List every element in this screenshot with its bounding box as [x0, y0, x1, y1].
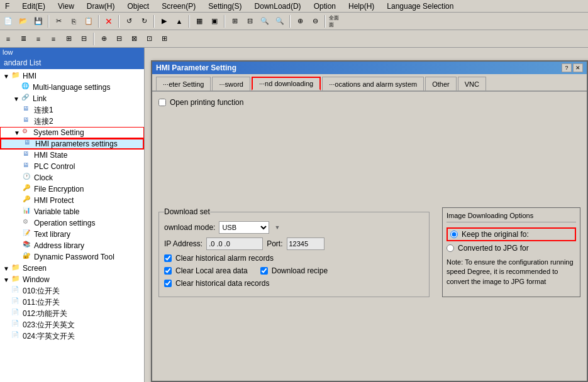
- toolbar-btn7[interactable]: ▦: [192, 14, 206, 28]
- toolbar-btn14[interactable]: ⊖: [308, 14, 322, 28]
- tree-vartable-label: Variable table: [34, 207, 80, 216]
- port-input[interactable]: [287, 237, 325, 250]
- tab-other[interactable]: Other: [425, 77, 457, 90]
- toolbar-btn13[interactable]: ⊕: [293, 14, 307, 28]
- menu-file[interactable]: F: [3, 1, 12, 11]
- toolbar2-btn8[interactable]: ⊟: [112, 32, 126, 46]
- expand-sys: ▼: [12, 129, 22, 136]
- menu-draw[interactable]: Draw(H): [84, 1, 118, 11]
- tree-conn2[interactable]: 🖥 连接2: [0, 116, 144, 127]
- menu-view[interactable]: View: [55, 1, 77, 11]
- download-recipe-checkbox[interactable]: [260, 267, 268, 275]
- tree-multilang[interactable]: 🌐 Multi-language settings: [0, 82, 144, 93]
- toolbar2-btn4[interactable]: ≡: [47, 32, 60, 46]
- tree-hmi[interactable]: ▼ 📁 HMI: [0, 70, 144, 82]
- toolbar-delete[interactable]: ✕: [102, 14, 116, 28]
- key-icon-enc: 🔑: [23, 184, 33, 194]
- toolbar2-btn6[interactable]: ⊟: [77, 32, 91, 46]
- toolbar-btn8[interactable]: ▣: [208, 14, 221, 28]
- tree-win024[interactable]: 📄 024:字英文开关: [0, 330, 144, 342]
- toolbar-new[interactable]: 📄: [1, 14, 15, 28]
- toolbar-fullscreen[interactable]: 全面面: [328, 14, 342, 28]
- toolbar-btn10[interactable]: ⊟: [243, 14, 257, 28]
- radio-convert-jpg[interactable]: [447, 244, 454, 252]
- tree-multilang-label: Multi-language settings: [33, 83, 110, 92]
- tab-locations[interactable]: ···ocations and alarm system: [322, 77, 424, 90]
- toolbar2-btn3[interactable]: ≡: [31, 32, 45, 46]
- tree-screen[interactable]: ▼ 📁 Screen: [0, 263, 144, 274]
- tab-downloading[interactable]: ···nd downloading: [252, 77, 321, 90]
- toolbar2-btn1[interactable]: ≡: [1, 32, 15, 46]
- toolbar2-btn2[interactable]: ≣: [16, 32, 30, 46]
- toolbar-btn5[interactable]: ▶: [157, 14, 171, 28]
- tree-plcctrl[interactable]: 🖥 PLC Control: [0, 161, 144, 172]
- tree-hmiparams[interactable]: 🖥 HMI parameters settings: [0, 138, 144, 150]
- toolbar-btn12[interactable]: 🔍: [273, 14, 287, 28]
- tree-hmistate[interactable]: 🖥 HMI State: [0, 150, 144, 161]
- tree-addrlib[interactable]: 📚 Address library: [0, 240, 144, 251]
- toolbar2-btn9[interactable]: ⊠: [127, 32, 141, 46]
- menu-edit[interactable]: Edit(E): [19, 1, 48, 11]
- tree-syssetting[interactable]: ▼ ⚙ System Setting: [0, 127, 144, 138]
- toolbar2-btn10[interactable]: ⊡: [142, 32, 156, 46]
- tree-vartable[interactable]: 📊 Variable table: [0, 206, 144, 217]
- tree-clock[interactable]: 🕐 Clock: [0, 172, 144, 183]
- menu-option[interactable]: Option: [311, 1, 338, 11]
- radio-keep-original[interactable]: [450, 231, 458, 238]
- tree-dynpwd[interactable]: 🔐 Dynamic Password Tool: [0, 251, 144, 263]
- tree-win012[interactable]: 📄 012:功能开关: [0, 308, 144, 319]
- toolbar-save[interactable]: 💾: [31, 14, 45, 28]
- tab-password-label: ···sword: [219, 80, 243, 88]
- toolbar2-btn5[interactable]: ⊞: [62, 32, 75, 46]
- dialog-tabs: ···eter Setting ···sword ···nd downloadi…: [152, 74, 587, 92]
- toolbar-btn11[interactable]: 🔍: [258, 14, 272, 28]
- clear-alarm-checkbox[interactable]: [164, 254, 172, 262]
- menu-language[interactable]: Language Selection: [384, 1, 456, 11]
- toolbar-undo[interactable]: ↺: [122, 14, 136, 28]
- clear-local-checkbox[interactable]: [164, 267, 172, 275]
- tab-password[interactable]: ···sword: [212, 77, 250, 90]
- menu-setting[interactable]: Setting(S): [206, 1, 244, 11]
- tree-conn1[interactable]: 🖥 连接1: [0, 104, 144, 116]
- page-icon-012: 📄: [11, 308, 21, 319]
- toolbar-open[interactable]: 📂: [16, 14, 30, 28]
- clear-local-label: Clear Local area data: [175, 266, 248, 275]
- menu-help[interactable]: Help(H): [346, 1, 377, 11]
- tree-textlib[interactable]: 📝 Text library: [0, 229, 144, 240]
- tree-fileenc[interactable]: 🔑 File Encryption: [0, 183, 144, 195]
- tree-window[interactable]: ▼ 📁 Window: [0, 274, 144, 285]
- dialog-close-button[interactable]: ✕: [573, 63, 583, 72]
- sep1: [48, 15, 49, 28]
- toolbar2-btn11[interactable]: ⊞: [157, 32, 171, 46]
- toolbar-btn9[interactable]: ⊞: [228, 14, 241, 28]
- tree-win023[interactable]: 📄 023:位开关英文: [0, 319, 144, 330]
- ip-input[interactable]: [206, 237, 263, 250]
- tree-win011[interactable]: 📄 011:位开关: [0, 297, 144, 308]
- tab-vnc[interactable]: VNC: [458, 77, 486, 90]
- tab-parameter[interactable]: ···eter Setting: [156, 77, 211, 90]
- toolbar-paste[interactable]: 📋: [82, 14, 96, 28]
- tab-downloading-label: ···nd downloading: [259, 80, 313, 87]
- sep5: [189, 15, 190, 28]
- dyn-icon: 🔐: [23, 252, 33, 262]
- toolbar-copy[interactable]: ⎘: [67, 14, 80, 28]
- toolbar-btn6[interactable]: ▲: [172, 14, 186, 28]
- tree-fileenc-label: File Encryption: [34, 185, 84, 194]
- toolbar-cut[interactable]: ✂: [52, 14, 65, 28]
- menu-object[interactable]: Object: [125, 1, 152, 11]
- toolbar-redo[interactable]: ↻: [137, 14, 151, 28]
- dialog-help-button[interactable]: ?: [562, 63, 572, 72]
- mode-label: ownload mode:: [164, 223, 215, 232]
- print-checkbox[interactable]: [158, 99, 166, 106]
- flow-label: low: [0, 48, 144, 57]
- tree-win010[interactable]: 📄 010:位开关: [0, 285, 144, 297]
- tree-opset[interactable]: ⚙ Operation settings: [0, 217, 144, 229]
- tree-hmiprotect[interactable]: 🔑 HMI Protect: [0, 195, 144, 206]
- tree-link[interactable]: ▼ 🔗 Link: [0, 93, 144, 104]
- mode-select[interactable]: USB Ethernet Serial: [219, 221, 269, 234]
- menu-download[interactable]: DownLoad(D): [252, 1, 304, 11]
- toolbar2-btn7[interactable]: ⊕: [97, 32, 111, 46]
- clear-data-checkbox[interactable]: [164, 280, 172, 287]
- image-options-section: Image Downloading Options Keep the origi…: [442, 207, 580, 297]
- menu-screen[interactable]: Screen(P): [159, 1, 198, 11]
